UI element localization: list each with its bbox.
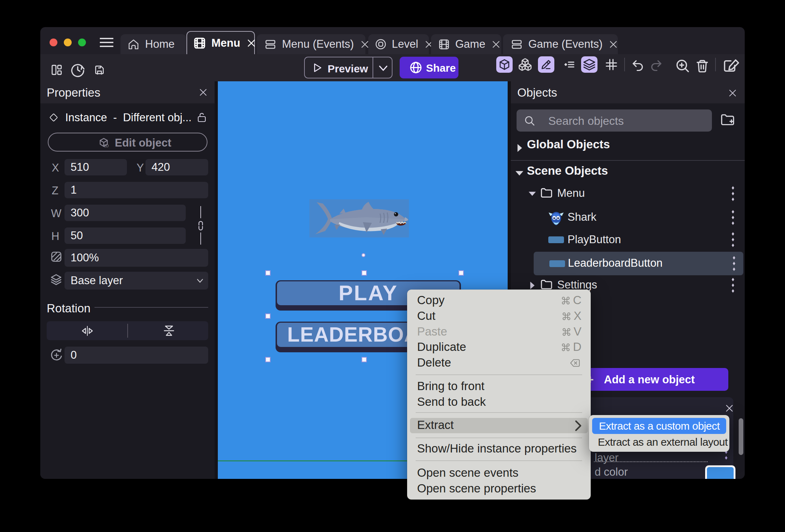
svg-text:2D: 2D (104, 144, 109, 148)
